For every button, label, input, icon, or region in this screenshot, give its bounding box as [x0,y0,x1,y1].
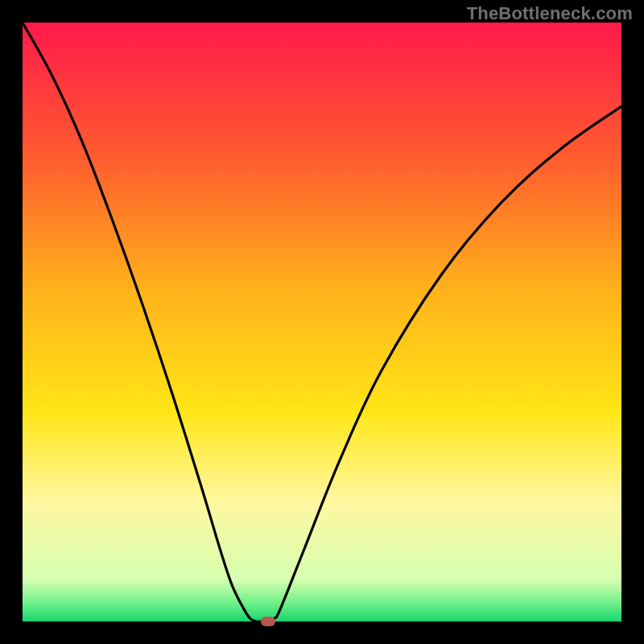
minimum-marker [261,617,275,626]
plot-area [23,23,621,621]
watermark-text: TheBottleneck.com [467,3,633,24]
outer-frame: TheBottleneck.com [0,0,644,644]
bottleneck-curve [23,23,621,621]
curve-path [23,23,621,621]
